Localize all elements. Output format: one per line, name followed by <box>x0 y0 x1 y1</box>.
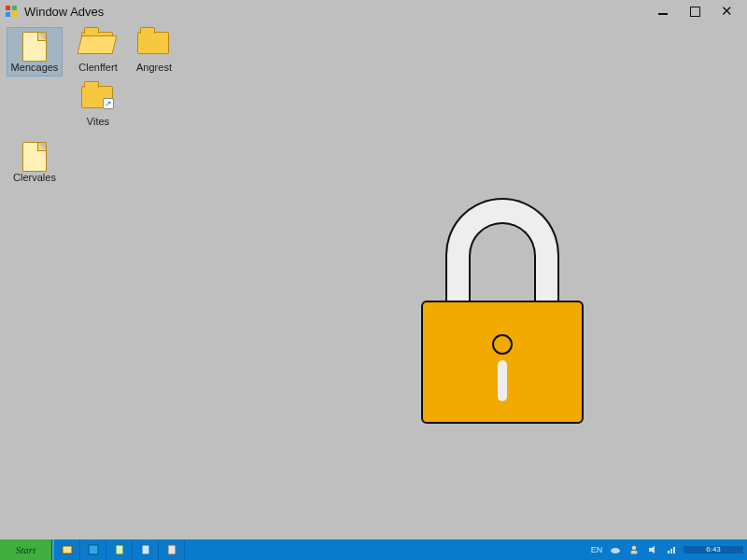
icon-label: Clenffert <box>71 62 125 76</box>
titlebar: Window Adves ✕ <box>0 0 747 22</box>
svg-point-9 <box>611 548 620 553</box>
start-button[interactable]: Start <box>0 539 52 560</box>
svg-rect-15 <box>673 547 675 553</box>
svg-rect-3 <box>12 12 17 17</box>
taskbar-item-4[interactable] <box>133 539 159 560</box>
taskbar: Start EN 6:43 <box>0 539 747 560</box>
tray-lang-icon[interactable]: EN <box>590 543 603 556</box>
taskbar-clock[interactable]: 6:43 <box>684 546 743 554</box>
svg-rect-14 <box>670 549 672 553</box>
svg-rect-6 <box>116 545 123 554</box>
desktop[interactable]: Mencages Clenffert Angrest ↗ Vites Clerv… <box>0 22 747 539</box>
tray-network-icon[interactable] <box>665 543 678 556</box>
desktop-icon-mencages[interactable]: Mencages <box>7 28 62 76</box>
icon-label: Mencages <box>7 62 62 76</box>
taskbar-item-5[interactable] <box>159 539 185 560</box>
tray-volume-icon[interactable] <box>646 543 659 556</box>
close-button[interactable]: ✕ <box>715 3 738 20</box>
svg-rect-11 <box>631 551 638 554</box>
svg-rect-4 <box>63 546 72 553</box>
desktop-icon-clervales[interactable]: Clervales <box>7 138 62 186</box>
desktop-icon-angrest[interactable]: Angrest <box>127 28 181 76</box>
folder-icon: ↗ <box>81 86 115 114</box>
svg-point-10 <box>632 546 637 551</box>
desktop-icon-vites[interactable]: ↗ Vites <box>71 82 125 130</box>
svg-rect-8 <box>168 545 176 554</box>
svg-rect-2 <box>6 12 10 17</box>
tray-cloud-icon[interactable] <box>609 543 622 556</box>
folder-icon <box>137 32 171 60</box>
app-icon <box>4 4 19 19</box>
window-controls: ✕ <box>652 3 743 20</box>
minimize-button[interactable] <box>652 3 674 20</box>
svg-rect-13 <box>668 551 669 553</box>
svg-rect-7 <box>142 545 149 554</box>
taskbar-item-3[interactable] <box>106 539 133 560</box>
taskbar-item-2[interactable] <box>80 539 106 560</box>
svg-rect-0 <box>6 6 10 10</box>
file-icon <box>18 32 51 60</box>
system-tray: EN 6:43 <box>586 539 747 560</box>
file-icon <box>18 142 51 170</box>
svg-marker-12 <box>649 546 655 553</box>
tray-user-icon[interactable] <box>627 543 641 556</box>
lock-icon <box>409 200 596 433</box>
folder-icon <box>81 32 115 60</box>
clock-line-1: 6:43 <box>706 546 721 554</box>
maximize-button[interactable] <box>684 3 706 20</box>
window-title: Window Adves <box>24 5 104 19</box>
icon-label: Clervales <box>7 172 62 186</box>
icon-label: Vites <box>71 116 125 130</box>
svg-rect-1 <box>12 6 17 10</box>
shortcut-overlay-icon: ↗ <box>103 98 114 109</box>
icon-label: Angrest <box>127 62 181 76</box>
svg-rect-5 <box>89 545 98 554</box>
taskbar-item-1[interactable] <box>54 539 80 560</box>
desktop-icon-clenffert[interactable]: Clenffert <box>71 28 125 76</box>
